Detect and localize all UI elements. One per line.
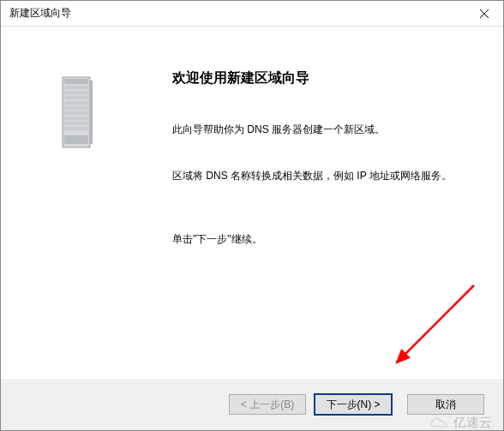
svg-rect-4	[64, 86, 88, 89]
titlebar: 新建区域向导	[1, 1, 503, 27]
page-heading: 欢迎使用新建区域向导	[172, 69, 477, 87]
sidebar	[1, 27, 155, 379]
button-bar: < 上一步(B) 下一步(N) > 取消	[1, 379, 503, 430]
svg-rect-8	[64, 106, 88, 110]
close-icon	[480, 9, 489, 18]
next-button[interactable]: 下一步(N) >	[315, 394, 392, 415]
svg-rect-5	[64, 91, 88, 94]
svg-rect-15	[90, 81, 93, 144]
svg-rect-7	[64, 101, 88, 105]
svg-rect-6	[64, 96, 88, 99]
server-icon	[57, 74, 99, 151]
svg-rect-12	[64, 127, 88, 130]
svg-rect-9	[64, 111, 88, 115]
paragraph-3: 单击"下一步"继续。	[172, 231, 477, 248]
wizard-window: 新建区域向导	[0, 0, 504, 431]
cancel-button[interactable]: 取消	[407, 394, 484, 415]
svg-point-14	[69, 139, 71, 141]
svg-rect-10	[64, 117, 88, 120]
close-button[interactable]	[465, 1, 503, 27]
back-button: < 上一步(B)	[229, 394, 306, 415]
content-area: 欢迎使用新建区域向导 此向导帮助你为 DNS 服务器创建一个新区域。 区域将 D…	[1, 27, 503, 379]
svg-rect-3	[64, 79, 88, 84]
window-title: 新建区域向导	[9, 6, 71, 21]
svg-rect-13	[64, 135, 88, 144]
svg-rect-11	[64, 122, 88, 125]
main-panel: 欢迎使用新建区域向导 此向导帮助你为 DNS 服务器创建一个新区域。 区域将 D…	[155, 27, 503, 379]
paragraph-2: 区域将 DNS 名称转换成相关数据，例如 IP 地址或网络服务。	[172, 168, 477, 184]
paragraph-1: 此向导帮助你为 DNS 服务器创建一个新区域。	[172, 122, 477, 138]
